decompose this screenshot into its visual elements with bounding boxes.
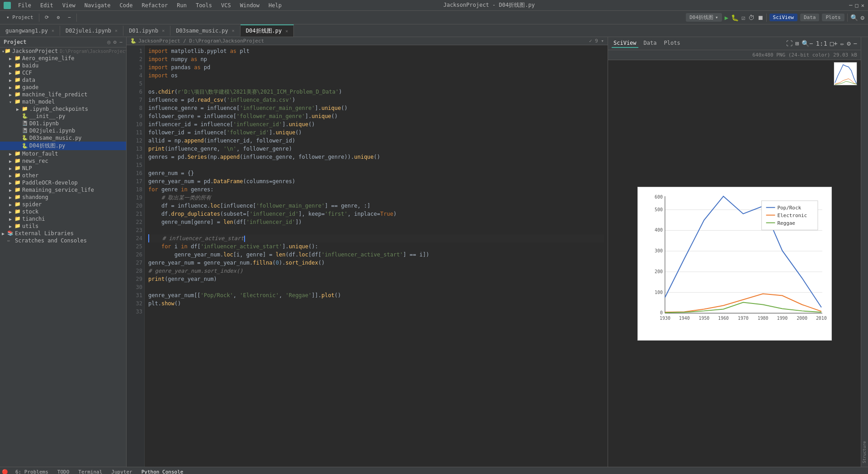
sync-btn[interactable]: ⟳ [42,14,52,21]
plots-tab[interactable]: Plots [822,14,844,21]
sidebar-item-scratches[interactable]: ▶ ✏️ Scratches and Consoles [0,237,126,244]
sidebar-item-news-rec[interactable]: ▶ 📁 news_rec [0,157,126,165]
tab-python-console[interactable]: Python Console [138,468,187,474]
menu-vcs[interactable]: VCS [219,1,233,9]
menu-tools[interactable]: Tools [194,1,214,9]
menu-help[interactable]: Help [267,1,283,9]
run-button[interactable]: ▶ [725,14,728,21]
code-line-7: influence = pd.read_csv('influence_data.… [148,96,604,104]
menu-run[interactable]: Run [175,1,189,9]
tab-todo[interactable]: TODO [54,468,73,474]
sidebar-item-d02[interactable]: ▶ 📓 D02julei.ipynb [0,127,126,134]
code-line-21: df.drop_duplicates(subset=['influencer_i… [148,210,604,218]
sidebar-item-remaining[interactable]: ▶ 📁 Remaining_service_life [0,186,126,194]
sciview-zoom-in-btn[interactable]: □+ [830,40,838,47]
coverage-button[interactable]: ☑ [741,14,745,21]
stop-button[interactable]: ⏹ [757,14,764,21]
sidebar-item-nlp[interactable]: ▶ 📁 NLP [0,165,126,172]
sidebar-item-utils[interactable]: ▶ 📁 utils [0,223,126,230]
sidebar-item-stock[interactable]: ▶ 📁 stock [0,208,126,215]
minus-btn[interactable]: − [65,14,74,21]
sidebar-item-machine[interactable]: ▶ 📁 machine_life_predict [0,91,126,98]
run-config-dropdown[interactable]: ▾ [715,14,718,20]
sciview-tab[interactable]: SciView [769,14,797,21]
tab-d01-label: D01.ipynb [129,28,158,34]
tab-d03-close[interactable]: ✕ [232,28,235,33]
tab-d01[interactable]: D01.ipynb ✕ [123,26,170,36]
code-line-18: for genre in genres: [148,185,604,194]
plot-thumbnail[interactable] [834,62,857,85]
tab-problems[interactable]: 6: Problems [12,468,52,474]
tab-d03[interactable]: D03same_music.py ✕ [170,26,241,36]
sidebar-item-math-model[interactable]: ▾ 📁 math_model [0,98,126,105]
sciview-fit-btn[interactable]: 1:1 [816,40,827,47]
tab-guangwang-close[interactable]: ✕ [52,28,54,33]
sidebar-label-paddleocr: PaddleOCR-develop [22,180,78,186]
sidebar-item-ipynb-checkpoints[interactable]: ▶ 📁 .ipynb_checkpoints [0,105,126,113]
tab-d01-close[interactable]: ✕ [162,28,165,33]
project-dropdown[interactable]: ▾ Project [4,14,36,21]
sidebar-item-motor[interactable]: ▶ 📁 Motor_fault [0,150,126,157]
svg-text:2010: 2010 [816,316,826,321]
sidebar-item-shandong[interactable]: ▶ 📁 shandong [0,194,126,201]
sidebar-item-d04[interactable]: ▶ 🐍 D04折线图.py [0,142,126,150]
config-btn[interactable]: ⚙ [54,14,63,21]
menu-file[interactable]: File [16,1,33,9]
sidebar-item-gaode[interactable]: ▶ 📁 gaode [0,84,126,91]
sidebar-hide-btn[interactable]: − [119,39,123,45]
sciview-edit-btn[interactable]: ✏ [840,40,844,47]
sidebar-item-baidu[interactable]: ▶ 📁 baidu [0,62,126,69]
folder-icon-ipynb: 📁 [22,106,28,112]
sidebar-item-init[interactable]: ▶ 🐍 __init__.py [0,113,126,120]
tab-d04[interactable]: D04折线图.py ✕ [241,24,294,37]
profile-button[interactable]: ⏱ [748,14,755,21]
data-tab[interactable]: Data [800,14,820,21]
sidebar-item-jacksonproject[interactable]: ▾ 📁 JacksonProject D:\Program\JacksonPro… [0,47,126,55]
chart: 0 100 200 300 400 500 600 1930 1940 1950… [637,187,832,341]
sidebar-item-other[interactable]: ▶ 📁 other [0,172,126,179]
tab-guangwang[interactable]: guangwang1.py ✕ [0,26,60,36]
menu-navigate[interactable]: Navigate [83,1,113,9]
tab-jupyter[interactable]: Jupyter [108,468,136,474]
sidebar-locate-btn[interactable]: ◎ [107,39,110,45]
menu-code[interactable]: Code [118,1,135,9]
sidebar-item-external-libs[interactable]: ▶ 📚 External Libraries [0,230,126,237]
menu-edit[interactable]: Edit [38,1,55,9]
sidebar-item-aero[interactable]: ▶ 📁 Aero_engine_life [0,55,126,62]
sidebar-item-data[interactable]: ▶ 📁 data [0,76,126,84]
sidebar-item-tianchi[interactable]: ▶ 📁 tianchi [0,215,126,223]
sciview-tab-sciview[interactable]: SciView [612,39,638,48]
maximize-btn[interactable]: □ [855,2,859,9]
close-btn[interactable]: ✕ [861,2,864,9]
settings-button[interactable]: ⚙ [861,14,864,21]
sciview-settings-btn[interactable]: ⚙ [847,40,850,47]
sidebar-label-d04: D04折线图.py [29,142,65,150]
search-button[interactable]: 🔍 [850,14,858,21]
sciview-tab-data[interactable]: Data [642,39,659,48]
tab-d02[interactable]: D02julei.ipynb ✕ [60,26,123,36]
sidebar-item-d03[interactable]: ▶ 🐍 D03same_music.py [0,134,126,142]
sciview-fullscreen-btn[interactable]: ⛶ [786,40,793,47]
sciview-grid-btn[interactable]: ⊞ [795,40,799,47]
menu-window[interactable]: Window [238,1,261,9]
menu-refactor[interactable]: Refactor [140,1,170,9]
sidebar-item-paddleocr[interactable]: ▶ 📁 PaddleOCR-develop [0,179,126,186]
sidebar-item-d01[interactable]: ▶ 📓 D01.ipynb [0,120,126,127]
sciview-zoom-out-btn[interactable]: 🔍− [802,40,813,47]
sciview-tab-plots[interactable]: Plots [662,39,682,48]
rv-tab-structure[interactable]: Structure [861,37,868,467]
sidebar-item-ccf[interactable]: ▶ 📁 CCF [0,69,126,76]
editor-content[interactable]: 12345 678910 1112131415 1617181920 21222… [127,45,608,467]
toolbar-separator-3 [766,14,767,22]
arrow-paddleocr: ▶ [9,180,14,185]
tab-d04-close[interactable]: ✕ [285,28,288,33]
sidebar-item-spider[interactable]: ▶ 📁 spider [0,201,126,208]
debug-button[interactable]: 🐛 [731,14,739,21]
menu-view[interactable]: View [61,1,77,9]
tab-d02-close[interactable]: ✕ [115,28,118,33]
code-editor[interactable]: import matplotlib.pyplot as plt import n… [145,45,608,467]
sciview-hide-btn[interactable]: − [854,40,857,47]
minimize-btn[interactable]: ─ [849,2,852,9]
tab-terminal[interactable]: Terminal [75,468,106,474]
sidebar-settings-btn[interactable]: ⚙ [113,39,117,45]
